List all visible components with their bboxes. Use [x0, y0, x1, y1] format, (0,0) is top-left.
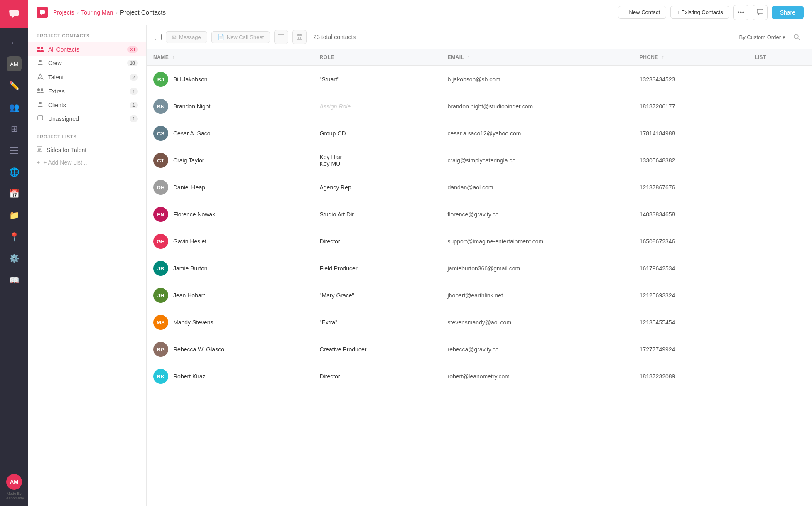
new-contact-button[interactable]: + New Contact: [618, 6, 666, 19]
contact-phone: 13305648382: [640, 157, 675, 164]
sidebar-item-all-contacts[interactable]: All Contacts 23: [28, 42, 146, 56]
nav-folder-icon[interactable]: 📁: [0, 204, 28, 226]
contact-name[interactable]: Robert Kiraz: [173, 373, 206, 380]
table-row[interactable]: JH Jean Hobart "Mary Grace" jhobart@eart…: [147, 282, 812, 309]
breadcrumb-projects[interactable]: Projects: [53, 9, 74, 16]
svg-point-4: [37, 47, 40, 49]
nav-list-icon[interactable]: [0, 140, 28, 161]
contact-email: cesar.a.saco12@yahoo.com: [448, 130, 521, 137]
nav-calendar-icon[interactable]: 📅: [0, 183, 28, 204]
nav-sliders-icon[interactable]: ⚙️: [0, 248, 28, 269]
message-button[interactable]: ✉ Message: [166, 31, 207, 43]
contact-list-cell: [748, 93, 812, 120]
nav-people-icon[interactable]: 👥: [0, 96, 28, 118]
app-logo[interactable]: [0, 0, 28, 28]
delete-button[interactable]: [292, 30, 307, 44]
sidebar: PROJECT CONTACTS All Contacts 23 Crew 18: [28, 25, 147, 506]
col-header-email[interactable]: EMAIL ↑: [441, 49, 633, 66]
breadcrumb-icon: [37, 7, 48, 18]
content-area: PROJECT CONTACTS All Contacts 23 Crew 18: [28, 25, 812, 506]
table-row[interactable]: GH Gavin Heslet Director support@imagine…: [147, 228, 812, 255]
contact-role-cell: Agency Rep: [313, 174, 441, 201]
more-options-button[interactable]: •••: [733, 5, 748, 20]
nav-back[interactable]: ←: [0, 32, 28, 53]
phone-sort-icon: ↑: [662, 54, 665, 60]
contact-role: Field Producer: [320, 265, 358, 272]
table-row[interactable]: CT Craig Taylor Key HairKey MU craig@sim…: [147, 147, 812, 174]
contact-email-cell: rebecca@gravity.co: [441, 336, 633, 363]
col-header-phone[interactable]: PHONE ↑: [633, 49, 748, 66]
contact-name[interactable]: Jamie Burton: [173, 265, 207, 272]
table-row[interactable]: CS Cesar A. Saco Group CD cesar.a.saco12…: [147, 120, 812, 147]
contact-name[interactable]: Jean Hobart: [173, 292, 205, 299]
sort-order-selector[interactable]: By Custom Order ▾: [739, 34, 785, 40]
col-header-list: LIST: [748, 49, 812, 66]
table-row[interactable]: BJ Bill Jakobson "Stuart" b.jakobson@sb.…: [147, 66, 812, 93]
contact-list-cell: [748, 174, 812, 201]
select-all-checkbox[interactable]: [155, 34, 162, 40]
contact-name[interactable]: Florence Nowak: [173, 211, 215, 218]
contact-avatar: RG: [153, 342, 168, 357]
svg-point-7: [37, 88, 40, 91]
contact-name-cell: CS Cesar A. Saco: [147, 120, 313, 147]
project-contacts-title: PROJECT CONTACTS: [28, 33, 146, 42]
contact-name-cell: GH Gavin Heslet: [147, 228, 313, 255]
contact-role: Group CD: [320, 130, 346, 137]
contact-role: "Stuart": [320, 76, 339, 83]
contact-phone-cell: 12137867676: [633, 174, 748, 201]
sidebar-item-talent[interactable]: Talent 2: [28, 70, 146, 84]
nav-avatar[interactable]: AM: [0, 53, 28, 75]
nav-boards-icon[interactable]: ⊞: [0, 118, 28, 140]
contact-name[interactable]: Rebecca W. Glasco: [173, 346, 224, 353]
table-row[interactable]: RG Rebecca W. Glasco Creative Producer r…: [147, 336, 812, 363]
table-row[interactable]: RK Robert Kiraz Director robert@leanomet…: [147, 363, 812, 390]
contact-name-cell: DH Daniel Heap: [147, 174, 313, 201]
sidebar-item-clients[interactable]: Clients 1: [28, 98, 146, 112]
contact-name[interactable]: Gavin Heslet: [173, 238, 206, 245]
extras-label: Extras: [48, 88, 125, 95]
contact-list-cell: [748, 66, 812, 93]
sidebar-list-sides-for-talent[interactable]: Sides for Talent: [28, 143, 146, 156]
contact-email-cell: cesar.a.saco12@yahoo.com: [441, 120, 633, 147]
chat-icon-button[interactable]: [753, 5, 768, 20]
filter-button[interactable]: [274, 30, 288, 44]
contact-phone: 12135455454: [640, 319, 675, 326]
nav-globe-icon[interactable]: 🌐: [0, 161, 28, 183]
contact-name[interactable]: Daniel Heap: [173, 184, 205, 191]
col-header-name[interactable]: NAME ↑: [147, 49, 313, 66]
table-row[interactable]: JB Jamie Burton Field Producer jamieburt…: [147, 255, 812, 282]
nav-book-icon[interactable]: 📖: [0, 269, 28, 291]
main-wrapper: Projects › Touring Man › Project Contact…: [28, 0, 812, 506]
nav-pin-icon[interactable]: 📍: [0, 226, 28, 248]
share-button[interactable]: Share: [772, 6, 804, 19]
contact-name-cell: RG Rebecca W. Glasco: [147, 336, 313, 363]
svg-rect-10: [38, 116, 43, 120]
contact-name[interactable]: Cesar A. Saco: [173, 130, 211, 137]
sidebar-item-unassigned[interactable]: Unassigned 1: [28, 112, 146, 125]
table-row[interactable]: FN Florence Nowak Studio Art Dir. floren…: [147, 201, 812, 228]
contact-list-cell: [748, 309, 812, 336]
contact-name[interactable]: Brandon Night: [173, 103, 211, 110]
existing-contacts-button[interactable]: + Existing Contacts: [670, 6, 729, 19]
table-row[interactable]: DH Daniel Heap Agency Rep dandan@aol.com…: [147, 174, 812, 201]
made-by-label: Made By Leanometry: [0, 491, 28, 501]
svg-rect-14: [38, 150, 40, 151]
contact-list-cell: [748, 147, 812, 174]
table-row[interactable]: BN Brandon Night Assign Role... brandon.…: [147, 93, 812, 120]
clients-label: Clients: [48, 102, 125, 108]
add-new-list-button[interactable]: + + Add New List...: [28, 156, 146, 169]
sidebar-item-extras[interactable]: Extras 1: [28, 84, 146, 98]
table-row[interactable]: MS Mandy Stevens "Extra" stevensmandy@ao…: [147, 309, 812, 336]
new-call-sheet-button[interactable]: 📄 New Call Sheet: [211, 31, 270, 43]
breadcrumb-project[interactable]: Touring Man: [81, 9, 113, 16]
search-button[interactable]: [790, 30, 804, 44]
contact-name[interactable]: Craig Taylor: [173, 157, 204, 164]
contact-phone: 17814184988: [640, 130, 675, 137]
contact-name[interactable]: Mandy Stevens: [173, 319, 213, 326]
nav-pencil-icon[interactable]: ✏️: [0, 75, 28, 96]
user-avatar[interactable]: AM: [6, 474, 22, 490]
contact-phone: 16179642534: [640, 265, 675, 272]
contact-name[interactable]: Bill Jakobson: [173, 76, 208, 83]
sidebar-item-crew[interactable]: Crew 18: [28, 56, 146, 70]
contact-name-cell: CT Craig Taylor: [147, 147, 313, 174]
